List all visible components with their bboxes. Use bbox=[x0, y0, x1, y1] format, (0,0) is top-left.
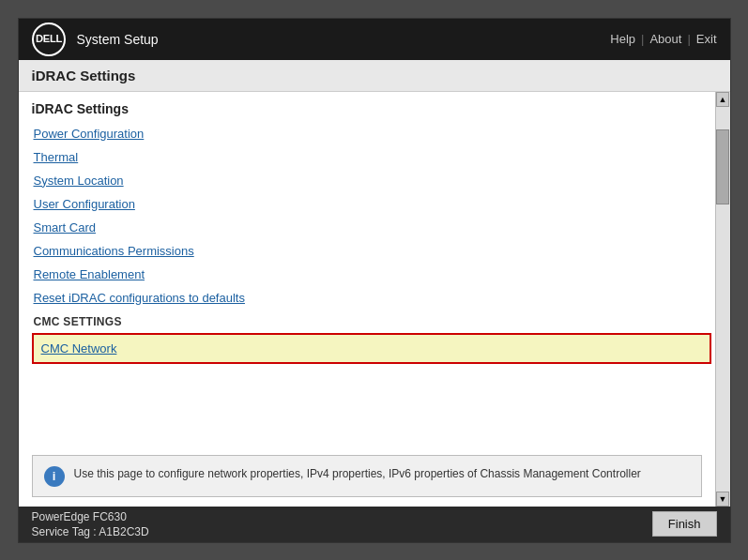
menu-item-remote[interactable]: Remote Enablement bbox=[32, 263, 711, 286]
footer-info: PowerEdge FC630 Service Tag : A1B2C3D bbox=[32, 509, 652, 538]
sep1: | bbox=[641, 32, 644, 46]
scroll-up-arrow[interactable]: ▲ bbox=[716, 92, 729, 107]
menu-item-cmc-network[interactable]: CMC Network bbox=[32, 333, 711, 364]
info-icon: i bbox=[44, 466, 65, 487]
sep2: | bbox=[687, 32, 690, 46]
svg-text:DELL: DELL bbox=[36, 33, 62, 44]
help-link[interactable]: Help bbox=[610, 32, 635, 46]
scroll-thumb[interactable] bbox=[716, 129, 729, 204]
menu-item-user-config[interactable]: User Configuration bbox=[32, 192, 711, 216]
menu-item-reset[interactable]: Reset iDRAC configurations to defaults bbox=[32, 286, 711, 310]
menu-item-power[interactable]: Power Configuration bbox=[32, 122, 711, 145]
main-content: iDRAC Settings Power Configuration Therm… bbox=[19, 92, 730, 507]
cmc-section-label: CMC SETTINGS bbox=[32, 310, 711, 331]
finish-button[interactable]: Finish bbox=[652, 511, 717, 537]
dell-logo: DELL bbox=[32, 23, 66, 56]
info-text: Use this page to configure network prope… bbox=[74, 465, 641, 482]
exit-link[interactable]: Exit bbox=[696, 32, 717, 46]
footer-service-tag: Service Tag : A1B2C3D bbox=[32, 525, 652, 538]
scrollbar[interactable]: ▲ ▼ bbox=[715, 92, 730, 507]
footer-model: PowerEdge FC630 bbox=[32, 509, 652, 525]
scroll-down-arrow[interactable]: ▼ bbox=[716, 492, 729, 507]
page-header-title: iDRAC Settings bbox=[32, 68, 136, 83]
about-link[interactable]: About bbox=[649, 32, 681, 46]
info-box: i Use this page to configure network pro… bbox=[32, 455, 702, 497]
main-window: DELL System Setup Help | About | Exit iD… bbox=[18, 18, 731, 543]
menu-item-comms[interactable]: Communications Permissions bbox=[32, 239, 711, 263]
footer: PowerEdge FC630 Service Tag : A1B2C3D Fi… bbox=[19, 507, 730, 542]
menu-list: Power Configuration Thermal System Locat… bbox=[19, 122, 715, 446]
header-nav: Help | About | Exit bbox=[610, 32, 716, 46]
page-header: iDRAC Settings bbox=[19, 60, 730, 92]
left-panel: iDRAC Settings Power Configuration Therm… bbox=[19, 92, 715, 507]
menu-item-thermal[interactable]: Thermal bbox=[32, 145, 711, 169]
header: DELL System Setup Help | About | Exit bbox=[19, 19, 730, 60]
menu-item-smart-card[interactable]: Smart Card bbox=[32, 216, 711, 239]
menu-item-system-location[interactable]: System Location bbox=[32, 169, 711, 192]
header-title: System Setup bbox=[77, 32, 611, 47]
section-title: iDRAC Settings bbox=[19, 92, 715, 122]
